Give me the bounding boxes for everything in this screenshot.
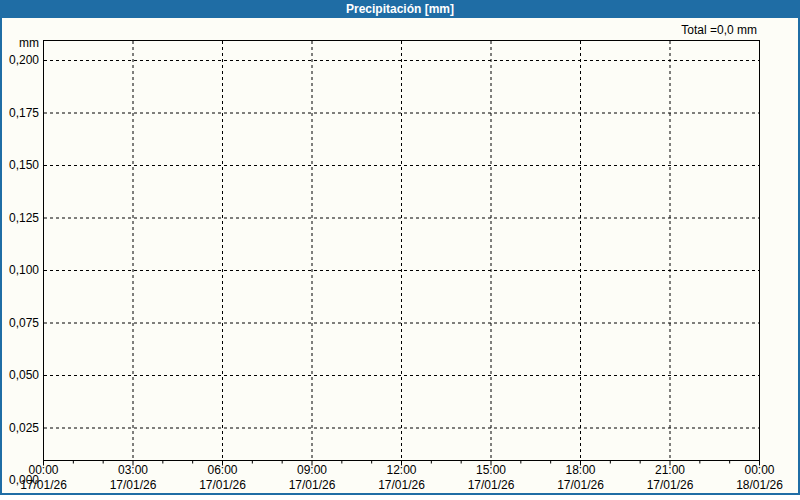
x-time-label: 18:00 [565, 463, 595, 477]
x-date-label: 17/01/26 [557, 478, 604, 492]
chart-window: Precipitación [mm] Total =0,0 mm mm 0,20… [0, 0, 800, 495]
y-tick-label: 0,050 [0, 367, 39, 383]
y-tick-label: 0,075 [0, 315, 39, 331]
window-border-left [0, 18, 2, 495]
x-date-label: 18/01/26 [736, 478, 783, 492]
x-date-label: 17/01/26 [468, 478, 515, 492]
x-time-label: 09:00 [297, 463, 327, 477]
x-time-label: 06:00 [207, 463, 237, 477]
chart-title: Precipitación [mm] [346, 2, 454, 16]
x-date-label: 17/01/26 [378, 478, 425, 492]
y-tick-label: 0,100 [0, 262, 39, 278]
y-tick-label: 0,150 [0, 157, 39, 173]
x-time-label: 15:00 [476, 463, 506, 477]
x-time-label: 21:00 [655, 463, 685, 477]
y-tick-label: 0,125 [0, 210, 39, 226]
plot-grid [43, 40, 760, 472]
y-tick-label: 0,175 [0, 105, 39, 121]
chart-title-bar: Precipitación [mm] [0, 0, 800, 18]
x-date-label: 17/01/26 [289, 478, 336, 492]
y-tick-label: 0,200 [0, 52, 39, 68]
x-date-label: 17/01/26 [647, 478, 694, 492]
window-border-bottom [0, 493, 800, 495]
y-axis-unit-label: mm [0, 36, 39, 50]
total-label: Total =0,0 mm [0, 23, 757, 37]
x-time-label: 00:00 [28, 463, 58, 477]
x-date-label: 17/01/26 [20, 478, 67, 492]
x-date-label: 17/01/26 [110, 478, 157, 492]
x-time-label: 00:00 [744, 463, 774, 477]
x-time-label: 12:00 [386, 463, 416, 477]
x-time-label: 03:00 [118, 463, 148, 477]
x-date-label: 17/01/26 [199, 478, 246, 492]
y-tick-label: 0,025 [0, 420, 39, 436]
